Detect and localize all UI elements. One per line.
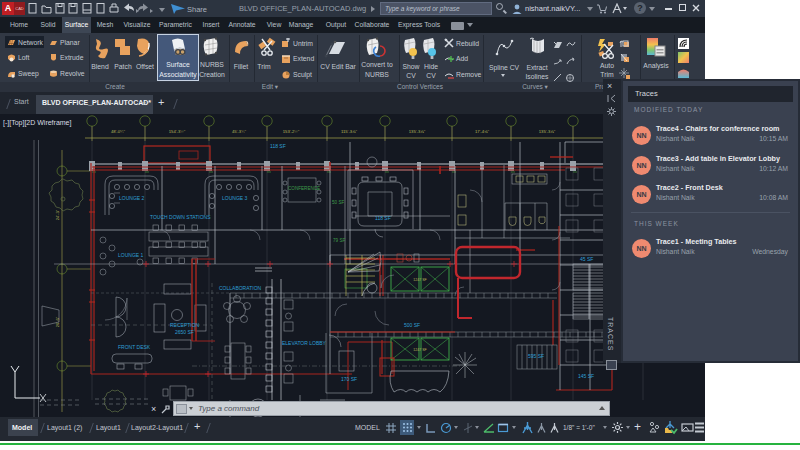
svg-text:Share: Share: [187, 5, 207, 14]
svg-text:17'-4⅝": 17'-4⅝": [475, 129, 490, 134]
svg-text:26'-6": 26'-6": [55, 316, 60, 327]
svg-text:118 SF: 118 SF: [270, 143, 286, 149]
svg-text:1247 SF: 1247 SF: [413, 348, 427, 352]
svg-text:145 SF: 145 SF: [578, 373, 594, 379]
svg-text:2650 SF: 2650 SF: [175, 329, 194, 335]
svg-text:45'-3¾": 45'-3¾": [232, 129, 247, 134]
svg-text:135'-3⅞": 135'-3⅞": [539, 129, 556, 134]
svg-text:154'-3½": 154'-3½": [169, 129, 186, 134]
svg-text:COLLABORATION: COLLABORATION: [219, 285, 262, 291]
svg-text:500 SF: 500 SF: [404, 322, 420, 328]
svg-text:79 SF: 79 SF: [333, 238, 345, 243]
svg-text:LOUNGE 2: LOUNGE 2: [119, 195, 145, 201]
svg-text:153'-2½": 153'-2½": [283, 129, 300, 134]
svg-text:LOUNGE 3: LOUNGE 3: [222, 195, 248, 201]
svg-text:595 SF: 595 SF: [528, 353, 544, 359]
svg-text:LOUNGE 1: LOUNGE 1: [118, 252, 144, 258]
svg-text:ELEVATOR LOBBY: ELEVATOR LOBBY: [282, 340, 327, 346]
svg-text:170 SF: 170 SF: [341, 376, 357, 382]
svg-text:FRONT DESK: FRONT DESK: [118, 344, 151, 350]
svg-text:45 SF: 45 SF: [580, 256, 593, 262]
svg-text:48'-0¼": 48'-0¼": [111, 129, 126, 134]
svg-text:24'-3": 24'-3": [55, 209, 60, 220]
svg-text:135'-3⅞": 135'-3⅞": [409, 129, 426, 134]
svg-text:118 SF: 118 SF: [375, 215, 391, 221]
svg-text:[-][Top][2D Wireframe]: [-][Top][2D Wireframe]: [3, 119, 72, 127]
svg-text:50 SF: 50 SF: [332, 200, 344, 205]
svg-text:115'-3⅞": 115'-3⅞": [341, 129, 358, 134]
svg-text:CONFERENCE: CONFERENCE: [288, 186, 320, 191]
svg-text:TOUCH DOWN STATIONS: TOUCH DOWN STATIONS: [150, 214, 211, 220]
svg-text:RECEPTION: RECEPTION: [170, 322, 200, 328]
svg-text:1247 SF: 1247 SF: [413, 278, 427, 282]
